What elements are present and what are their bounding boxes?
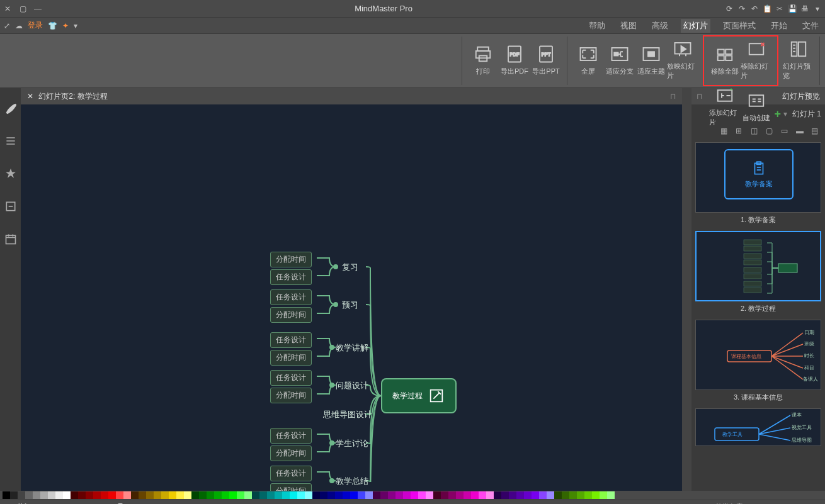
close-icon[interactable]: ✕ [3,4,13,14]
color-swatch[interactable] [93,491,101,499]
calendar-tool[interactable] [3,232,18,247]
slide-preview-button[interactable]: 幻灯片预览 [783,36,814,83]
panel-pin-icon[interactable]: ⊓ [697,92,702,101]
color-swatch[interactable] [547,491,554,499]
maximize-icon[interactable]: ▢ [18,4,28,14]
color-swatch[interactable] [10,491,18,499]
color-swatch[interactable] [275,491,282,499]
color-swatch[interactable] [108,491,116,499]
color-swatch[interactable] [486,491,494,499]
color-swatch[interactable] [426,491,433,499]
color-swatch[interactable] [48,491,55,499]
vertical-scrollbar[interactable] [682,88,691,491]
color-swatch[interactable] [71,491,78,499]
tab-close-icon[interactable]: ✕ [27,92,33,101]
paste-icon[interactable]: 📋 [762,4,772,14]
color-swatch[interactable] [456,491,464,499]
leaf-node[interactable]: 分配时间 [270,445,312,461]
color-swatch[interactable] [25,491,33,499]
color-swatch[interactable] [516,491,524,499]
branch-node[interactable]: 学生讨论 [336,438,368,449]
color-swatch[interactable] [335,491,343,499]
pin-icon[interactable]: ⊓ [670,92,676,101]
color-swatch[interactable] [464,491,471,499]
color-swatch[interactable] [562,491,569,499]
color-swatch[interactable] [441,491,448,499]
color-swatch[interactable] [191,491,199,499]
color-swatch[interactable] [33,491,40,499]
undo-icon[interactable]: ↶ [749,4,760,14]
login-link[interactable]: 登录 [28,20,43,31]
cloud-icon[interactable]: ☁ [15,21,23,30]
dropdown-icon[interactable]: ▾ [812,4,822,14]
color-swatch[interactable] [448,491,456,499]
color-swatch[interactable] [229,491,237,499]
color-swatch[interactable] [395,491,403,499]
leaf-node[interactable]: 分配时间 [270,350,312,366]
sync-icon[interactable]: ⟳ [724,4,734,14]
branch-node[interactable]: 问题设计 [336,380,368,391]
color-swatch[interactable] [343,491,350,499]
color-swatch[interactable] [18,491,25,499]
color-swatch[interactable] [358,491,365,499]
auto-create-button[interactable]: 自动创建 [741,83,772,130]
color-swatch[interactable] [237,491,244,499]
leaf-node[interactable]: 分配时间 [270,483,312,491]
color-swatch[interactable] [282,491,290,499]
color-swatch[interactable] [214,491,222,499]
delete-icon[interactable]: ▬ [796,126,806,137]
color-swatch[interactable] [101,491,108,499]
color-swatch[interactable] [146,491,154,499]
color-swatch[interactable] [577,491,584,499]
fit-theme-button[interactable]: 适应主题 [635,36,667,83]
tab-advanced[interactable]: 高级 [649,19,671,33]
thumbnail-item[interactable]: 2. 教学过程 [695,231,821,313]
color-swatch[interactable] [403,491,411,499]
color-swatch[interactable] [539,491,547,499]
add-slide-icon[interactable]: + [774,108,781,121]
color-swatch[interactable] [509,491,516,499]
color-swatch[interactable] [176,491,184,499]
node-dot[interactable] [329,478,334,483]
app-logo-icon[interactable]: ✦ [62,21,69,30]
color-swatch[interactable] [55,491,63,499]
color-swatch[interactable] [350,491,358,499]
color-swatch[interactable] [123,491,131,499]
branch-node[interactable]: 教学总结 [336,476,368,487]
tab-home[interactable]: 开始 [768,19,790,33]
print-button[interactable]: 打印 [467,36,499,83]
color-swatch[interactable] [327,491,335,499]
color-swatch[interactable] [199,491,207,499]
color-swatch[interactable] [380,491,388,499]
branch-node[interactable]: 思维导图设计 [323,409,372,420]
export-ppt-button[interactable]: PPT 导出PPT [530,36,562,83]
more-icon[interactable]: ▤ [811,126,821,137]
cut-icon[interactable]: ✂ [775,4,785,14]
color-swatch[interactable] [312,491,320,499]
branch-node[interactable]: 预习 [342,300,358,311]
leaf-node[interactable]: 任务设计 [270,289,312,305]
color-swatch[interactable] [116,491,123,499]
color-swatch[interactable] [373,491,380,499]
save-icon[interactable]: 💾 [787,4,797,14]
color-swatch[interactable] [63,491,71,499]
clip-tool[interactable] [3,199,18,214]
leaf-node[interactable]: 任务设计 [270,466,312,481]
color-swatch[interactable] [154,491,161,499]
color-swatch[interactable] [532,491,539,499]
brush-tool[interactable] [3,101,18,116]
color-swatch[interactable] [365,491,373,499]
color-swatch[interactable] [259,491,267,499]
color-swatch[interactable] [569,491,577,499]
color-swatch[interactable] [207,491,214,499]
color-swatch[interactable] [418,491,426,499]
color-swatch[interactable] [252,491,259,499]
color-swatch[interactable] [554,491,562,499]
color-swatch[interactable] [244,491,252,499]
redo-icon[interactable]: ↷ [737,4,747,14]
minimize-icon[interactable]: — [33,4,43,14]
fit-branch-button[interactable]: 适应分支 [604,36,635,83]
print-icon[interactable]: 🖶 [800,4,810,14]
color-swatch[interactable] [471,491,479,499]
thumbnail-item[interactable]: 教学工具 课本 视觉工具 思维导图 [695,408,821,446]
